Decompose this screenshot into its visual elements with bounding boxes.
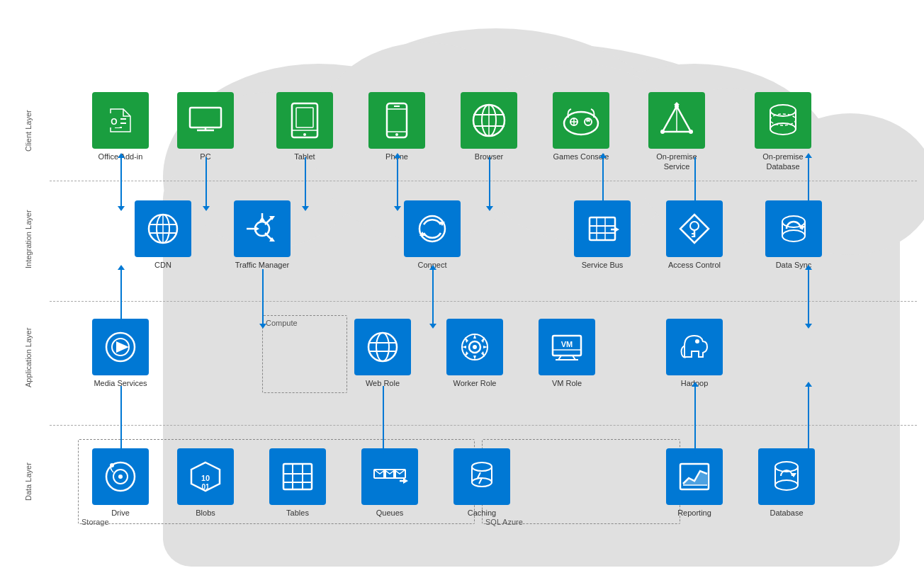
tile-media-services[interactable]: Media Services [92,319,149,388]
tile-pc[interactable]: PC [177,92,234,161]
cdn-label: CDN [154,260,171,270]
queues-label: Queues [376,508,404,518]
blobs-label: Blobs [196,508,215,518]
tile-office-addin[interactable]: O Office Add-in [92,92,149,161]
svg-text:VM: VM [561,340,573,348]
svg-marker-65 [259,217,265,221]
tile-connect[interactable]: Connect [404,200,461,270]
tables-icon [269,448,326,505]
svg-point-22 [395,133,398,136]
arrow-opdatabase-to-datasync [808,157,809,207]
label-application: Application Layer [4,305,53,411]
tile-data-sync[interactable]: Data Sync [765,200,822,270]
svg-point-84 [782,230,805,242]
sql-azure-section: SQL Azure [482,439,680,524]
web-role-icon [354,319,411,375]
svg-rect-18 [296,108,313,127]
arrow-browser-down [489,157,490,207]
label-integration: Integration Layer [4,190,53,289]
svg-rect-110 [283,464,312,489]
database-icon [758,448,815,505]
main-container: Client Layer Integration Layer Applicati… [0,0,924,585]
arrow-pc-to-traffic [205,157,207,207]
svg-point-77 [690,222,699,230]
svg-rect-19 [387,103,407,137]
tablet-icon [276,92,333,149]
svg-point-89 [368,333,397,361]
label-data: Data Layer [4,432,53,531]
separator-application-data [50,425,917,426]
tile-tables[interactable]: Tables [269,448,326,518]
svg-line-41 [677,106,685,122]
svg-point-29 [564,112,598,135]
tile-hadoop[interactable]: Hadoop [666,319,723,388]
tile-database[interactable]: Database [758,448,815,518]
arrow-media-to-drive [120,386,122,450]
arrow-connect-to-webrole [432,269,434,324]
pc-icon [177,92,234,149]
tile-tablet[interactable]: Tablet [276,92,333,161]
svg-marker-88 [116,341,129,353]
connect-icon [404,200,461,257]
separator-integration-application [50,301,917,302]
cdn-icon [135,200,191,257]
svg-point-43 [660,130,665,134]
arrow-cdn-to-media [120,269,122,324]
tile-blobs[interactable]: 10 01 Blobs [177,448,234,518]
tile-vm-role[interactable]: VM VM Role [539,319,595,388]
tile-web-role[interactable]: Web Role [354,319,411,388]
reporting-icon [666,448,723,505]
tile-on-premise-database[interactable]: On-premise Database [751,92,815,172]
svg-marker-46 [674,102,680,105]
arrow-datasync-to-hadoop [808,269,809,324]
svg-point-120 [472,462,492,471]
access-control-label: Access Control [668,260,721,270]
tile-browser[interactable]: Browser [461,92,517,161]
svg-line-40 [668,106,677,122]
arrow-tablet-down [305,157,306,207]
tile-reporting[interactable]: Reporting [666,448,723,518]
on-premise-database-icon [755,92,811,149]
svg-rect-12 [190,108,221,127]
sql-azure-label: SQL Azure [485,518,523,526]
tile-drive[interactable]: Drive [92,448,149,518]
blobs-icon: 10 01 [177,448,234,505]
queues-icon [361,448,418,505]
svg-marker-119 [403,478,408,484]
svg-point-130 [775,480,798,490]
hadoop-icon [666,319,723,375]
tile-phone[interactable]: Phone [368,92,425,161]
tile-cdn[interactable]: CDN [135,200,191,270]
svg-point-90 [376,333,389,361]
games-console-icon [553,92,609,149]
browser-icon [461,92,517,149]
svg-point-102 [695,339,699,343]
service-bus-label: Service Bus [582,260,624,270]
on-premise-service-icon [648,92,705,149]
svg-text:01: 01 [201,483,210,491]
database-label: Database [770,508,803,518]
tile-on-premise-service[interactable]: On-premise Service [645,92,709,172]
compute-label: Compute [266,319,298,327]
tile-caching[interactable]: Caching [453,448,510,518]
vm-role-icon: VM [539,319,595,375]
office-addin-icon: O [92,92,149,149]
drive-label: Drive [111,508,130,518]
svg-point-95 [473,345,477,349]
drive-icon [92,448,149,505]
caching-icon [453,448,510,505]
svg-point-106 [110,463,114,467]
vm-role-label: VM Role [552,378,582,388]
tile-traffic-manager[interactable]: Traffic Manager [234,200,291,270]
arrow-games-to-servicebus [602,157,604,207]
arrow-phone-to-connect [397,157,398,207]
svg-marker-59 [254,226,259,232]
reporting-label: Reporting [677,508,711,518]
svg-text:O: O [111,117,117,127]
arrow-opservice-to-ac [694,157,696,207]
storage-label: Storage [81,518,109,526]
tile-queues[interactable]: Queues [361,448,418,518]
tile-games-console[interactable]: Games Console [553,92,609,161]
svg-point-31 [585,118,592,125]
tile-worker-role[interactable]: Worker Role [446,319,503,388]
